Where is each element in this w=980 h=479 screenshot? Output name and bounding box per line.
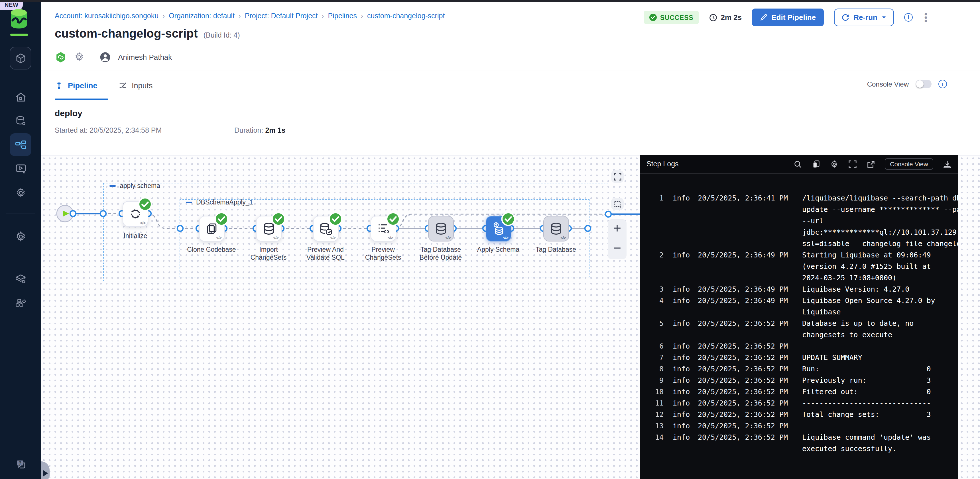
module-indicator-bar: [10, 33, 28, 36]
step-node-tag-database[interactable]: </>: [543, 216, 569, 241]
edit-pipeline-button[interactable]: Edit Pipeline: [752, 8, 824, 26]
help-chat-icon[interactable]: ?: [10, 453, 31, 476]
sidebar-item-gear-small-icon[interactable]: [10, 181, 31, 204]
log-timestamp: 20/5/2025, 2:36:52 PM: [698, 409, 794, 420]
status-badge: SUCCESS: [644, 11, 699, 24]
log-line: ssl=disable --changelog-file changelo: [644, 238, 958, 249]
download-icon[interactable]: [943, 160, 951, 168]
tab-pipeline[interactable]: Pipeline: [55, 71, 97, 100]
log-line-number: 8: [644, 363, 663, 375]
home-icon: [14, 91, 27, 103]
step-node-clone-codebase[interactable]: </>: [199, 216, 224, 241]
stage-duration: Duration: 2m 1s: [234, 127, 405, 135]
sidebar-item-module-cube-icon[interactable]: [10, 47, 31, 70]
log-level: info: [673, 352, 697, 363]
log-message: Database is up to date, no: [802, 318, 913, 329]
fit-view-icon[interactable]: [611, 170, 624, 183]
inputs-tab-icon: [119, 81, 127, 90]
step-label-tag-database-before-update: Tag Database Before Update: [414, 246, 467, 262]
step-node-preview-changesets[interactable]: </>: [370, 216, 396, 241]
step-label-clone-codebase: Clone Codebase: [185, 246, 238, 254]
log-message: update --username ************** --pa: [802, 204, 958, 215]
log-line-number: 14: [644, 432, 663, 443]
code-icon: </>: [216, 235, 221, 240]
started-value: 20/5/2025, 2:34:58 PM: [89, 127, 162, 135]
rerun-button[interactable]: Re-run: [834, 8, 894, 26]
sidebar-item-home-icon[interactable]: [10, 86, 31, 108]
step-label-apply-schema: Apply Schema: [472, 246, 525, 254]
info-icon[interactable]: i: [904, 13, 913, 22]
log-line-number: 1: [644, 192, 663, 204]
group-label-apply-schema[interactable]: apply schema: [110, 182, 160, 189]
search-icon[interactable]: [794, 160, 802, 168]
zoom-out-icon[interactable]: [608, 239, 626, 259]
page-title: custom-changelog-script: [55, 27, 198, 40]
console-view-toggle[interactable]: [916, 80, 932, 88]
app-root: NEW ? Account: kurosakiichigo.songoku›Or…: [0, 0, 980, 479]
collapse-icon[interactable]: [110, 185, 116, 187]
sidebar-item-executions-icon[interactable]: [10, 157, 31, 180]
log-timestamp: 20/5/2025, 2:36:52 PM: [698, 386, 794, 398]
database-icon: [434, 221, 448, 236]
zoom-controls: [608, 219, 627, 259]
log-line: 2024-03-25 17:08+0000): [644, 272, 958, 284]
expand-panel-handle[interactable]: [41, 462, 49, 479]
open-in-new-icon[interactable]: [867, 160, 875, 168]
log-timestamp: 20/5/2025, 2:36:52 PM: [698, 318, 794, 329]
sidebar-item-layers-settings-icon[interactable]: [10, 268, 31, 290]
sidebar-item-pipelines-icon[interactable]: [10, 133, 31, 156]
code-icon: </>: [560, 235, 566, 240]
check-circle-icon: [649, 14, 657, 21]
sidebar-item-hierarchy-settings-icon[interactable]: [10, 292, 31, 314]
tab-inputs-label: Inputs: [132, 81, 153, 90]
log-timestamp: 20/5/2025, 2:36:49 PM: [698, 249, 794, 261]
more-options-icon[interactable]: •••: [923, 12, 929, 22]
log-timestamp: [698, 306, 794, 318]
module-cube-icon: [14, 52, 27, 64]
step-node-import-changesets[interactable]: </>: [256, 216, 282, 241]
log-timestamp: 20/5/2025, 2:36:52 PM: [698, 420, 794, 432]
console-view-button[interactable]: Console View: [885, 159, 933, 170]
log-line-number: [644, 443, 663, 455]
log-level: [673, 227, 697, 238]
step-node-initialize[interactable]: </>: [123, 201, 148, 227]
breadcrumb-link[interactable]: Pipelines: [328, 12, 357, 20]
console-view-label: Console View: [867, 80, 909, 88]
log-message: UPDATE SUMMARY: [802, 352, 862, 363]
step-node-preview-and-validate-sql[interactable]: </>: [313, 216, 338, 241]
breadcrumb-link[interactable]: custom-changelog-script: [367, 12, 445, 20]
marquee-select-icon[interactable]: [611, 198, 624, 210]
log-line-number: [644, 261, 663, 272]
stage-name: deploy: [55, 108, 83, 118]
log-line: 4info20/5/2025, 2:36:49 PMLiquibase Open…: [644, 295, 958, 306]
step-node-apply-schema[interactable]: </>: [485, 216, 511, 241]
zoom-in-icon[interactable]: [608, 219, 626, 239]
tab-inputs[interactable]: Inputs: [119, 71, 153, 100]
duration-value: 2m 1s: [265, 127, 285, 135]
collapse-icon[interactable]: [186, 201, 192, 203]
gear-icon[interactable]: [74, 52, 84, 62]
database-devops-logo-icon[interactable]: [9, 8, 29, 29]
group-label-dbschemaapply[interactable]: DBSchemaApply_1: [186, 199, 253, 206]
breadcrumb-link[interactable]: Organization: default: [169, 12, 235, 20]
settings-gear-icon[interactable]: [830, 160, 838, 168]
fullscreen-icon[interactable]: [848, 160, 857, 168]
breadcrumb-link[interactable]: Project: Default Project: [245, 12, 318, 20]
duration-label: Duration:: [234, 127, 263, 135]
log-line-number: [644, 215, 663, 227]
log-line: (version 4.27.0 #1525 built at: [644, 261, 958, 272]
step-label-initialize: Initialize: [109, 232, 162, 240]
copy-icon[interactable]: [812, 160, 820, 168]
step-node-tag-database-before-update[interactable]: </>: [428, 216, 453, 241]
step-logs-body[interactable]: 1info20/5/2025, 2:36:41 PM/liquibase/liq…: [640, 174, 958, 455]
log-level: info: [673, 409, 697, 420]
info-icon[interactable]: i: [939, 80, 947, 88]
execution-meta-row: Animesh Pathak: [55, 51, 172, 63]
breadcrumb-link[interactable]: Account: kurosakiichigo.songoku: [55, 12, 159, 20]
stage-meta: Started at: 20/5/2025, 2:34:58 PM Durati…: [55, 127, 162, 135]
sidebar-item-database-settings-icon[interactable]: [10, 109, 31, 132]
log-timestamp: [698, 272, 794, 284]
code-icon: </>: [503, 235, 508, 240]
sidebar-item-project-settings-gear-icon[interactable]: [10, 225, 31, 248]
log-line: 11info20/5/2025, 2:36:52 PM-------------…: [644, 398, 958, 409]
